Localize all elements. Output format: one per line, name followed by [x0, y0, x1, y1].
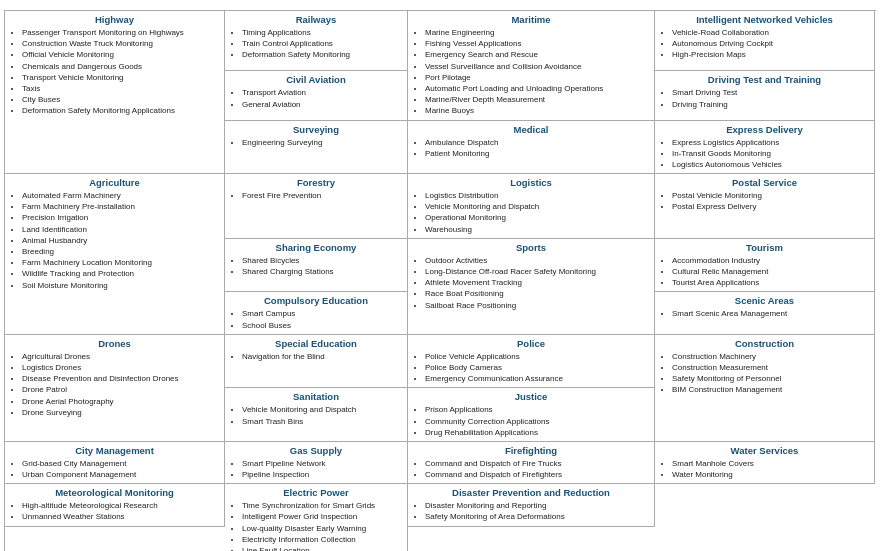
cell-title: Police	[413, 338, 649, 349]
list-item: Grid-based City Management	[22, 458, 219, 469]
main-grid: HighwayPassenger Transport Monitoring on…	[4, 10, 876, 551]
list-item: Automatic Port Loading and Unloading Ope…	[425, 83, 649, 94]
list-item: Farm Machinery Location Monitoring	[22, 257, 219, 268]
list-item: Engineering Surveying	[242, 137, 402, 148]
list-item: Cultural Relic Management	[672, 266, 869, 277]
list-item: Smart Trash Bins	[242, 416, 402, 427]
cell-title: Gas Supply	[230, 445, 402, 456]
list-item: Marine Buoys	[425, 105, 649, 116]
list-item: Postal Express Delivery	[672, 201, 869, 212]
list-item: Smart Scenic Area Management	[672, 308, 869, 319]
cell-title: Logistics	[413, 177, 649, 188]
list-item: Express Logistics Applications	[672, 137, 869, 148]
list-item: Tourist Area Applications	[672, 277, 869, 288]
grid-cell-civil-aviation: Civil AviationTransport AviationGeneral …	[225, 71, 408, 120]
list-item: Smart Pipeline Network	[242, 458, 402, 469]
list-item: Breeding	[22, 246, 219, 257]
cell-title: Meteorological Monitoring	[10, 487, 219, 498]
list-item: Long-Distance Off-road Racer Safety Moni…	[425, 266, 649, 277]
list-item: Logistics Autonomous Vehicles	[672, 159, 869, 170]
cell-title: Maritime	[413, 14, 649, 25]
list-item: Unmanned Weather Stations	[22, 511, 219, 522]
list-item: Time Synchronization for Smart Grids	[242, 500, 402, 511]
grid-cell-gas-supply: Gas SupplySmart Pipeline NetworkPipeline…	[225, 442, 408, 484]
list-item: Smart Driving Test	[672, 87, 869, 98]
grid-cell-scenic-areas: Scenic AreasSmart Scenic Area Management	[655, 292, 875, 334]
cell-title: Postal Service	[660, 177, 869, 188]
list-item: Low-quality Disaster Early Warning	[242, 523, 402, 534]
cell-title: Firefighting	[413, 445, 649, 456]
list-item: Logistics Distribution	[425, 190, 649, 201]
grid-cell-construction: ConstructionConstruction MachineryConstr…	[655, 335, 875, 442]
list-item: Construction Waste Truck Monitoring	[22, 38, 219, 49]
list-item: Precision Irrigation	[22, 212, 219, 223]
grid-cell-highway: HighwayPassenger Transport Monitoring on…	[5, 11, 225, 174]
list-item: Passenger Transport Monitoring on Highwa…	[22, 27, 219, 38]
list-item: Taxis	[22, 83, 219, 94]
list-item: Prison Applications	[425, 404, 649, 415]
list-item: Logistics Drones	[22, 362, 219, 373]
list-item: Automated Farm Machinery	[22, 190, 219, 201]
list-item: Command and Dispatch of Fire Trucks	[425, 458, 649, 469]
list-item: Urban Component Management	[22, 469, 219, 480]
cell-title: Civil Aviation	[230, 74, 402, 85]
cell-title: Special Education	[230, 338, 402, 349]
list-item: Vehicle Monitoring and Dispatch	[242, 404, 402, 415]
grid-cell-maritime: MaritimeMarine EngineeringFishing Vessel…	[408, 11, 655, 121]
grid-cell-agriculture: AgricultureAutomated Farm MachineryFarm …	[5, 174, 225, 335]
list-item: Emergency Communication Assurance	[425, 373, 649, 384]
list-item: Navigation for the Blind	[242, 351, 402, 362]
list-item: Command and Dispatch of Firefighters	[425, 469, 649, 480]
list-item: Water Monitoring	[672, 469, 869, 480]
list-item: Land Identification	[22, 224, 219, 235]
grid-cell-surveying: SurveyingEngineering Surveying	[225, 121, 408, 175]
list-item: Sailboat Race Positioning	[425, 300, 649, 311]
cell-title: Construction	[660, 338, 869, 349]
list-item: Drone Patrol	[22, 384, 219, 395]
list-item: Safety Monitoring of Area Deformations	[425, 511, 649, 522]
list-item: Autonomous Driving Cockpit	[672, 38, 869, 49]
cell-title: Forestry	[230, 177, 402, 188]
list-item: Soil Moisture Monitoring	[22, 280, 219, 291]
list-item: Pipeline Inspection	[242, 469, 402, 480]
grid-cell-medical: MedicalAmbulance DispatchPatient Monitor…	[408, 121, 655, 175]
grid-cell-intelligent-networked-vehicles: Intelligent Networked VehiclesVehicle-Ro…	[655, 11, 875, 71]
grid-cell-drones: DronesAgricultural DronesLogistics Drone…	[5, 335, 225, 442]
list-item: In-Transit Goods Monitoring	[672, 148, 869, 159]
cell-title: Highway	[10, 14, 219, 25]
grid-cell-firefighting: FirefightingCommand and Dispatch of Fire…	[408, 442, 655, 484]
list-item: Deformation Safety Monitoring Applicatio…	[22, 105, 219, 116]
grid-cell-sports: SportsOutdoor ActivitiesLong-Distance Of…	[408, 239, 655, 335]
grid-cell-tourism: TourismAccommodation IndustryCultural Re…	[655, 239, 875, 293]
cell-title: Sharing Economy	[230, 242, 402, 253]
list-item: Forest Fire Prevention	[242, 190, 402, 201]
cell-title: Justice	[413, 391, 649, 402]
cell-title: Electric Power	[230, 487, 402, 498]
cell-title: Railways	[230, 14, 402, 25]
grid-cell-logistics: LogisticsLogistics DistributionVehicle M…	[408, 174, 655, 239]
cell-title: Intelligent Networked Vehicles	[660, 14, 869, 25]
list-item: Chemicals and Dangerous Goods	[22, 61, 219, 72]
list-item: Official Vehicle Monitoring	[22, 49, 219, 60]
list-item: Shared Charging Stations	[242, 266, 402, 277]
cell-title: Water Services	[660, 445, 869, 456]
list-item: Shared Bicycles	[242, 255, 402, 266]
grid-cell-driving-test-and-training: Driving Test and TrainingSmart Driving T…	[655, 71, 875, 120]
grid-cell-postal-service: Postal ServicePostal Vehicle MonitoringP…	[655, 174, 875, 239]
grid-cell-sanitation: SanitationVehicle Monitoring and Dispatc…	[225, 388, 408, 442]
list-item: Fishing Vessel Applications	[425, 38, 649, 49]
list-item: Timing Applications	[242, 27, 402, 38]
grid-cell-disaster-prevention-and-reduction: Disaster Prevention and ReductionDisaste…	[408, 484, 655, 526]
grid-cell-special-education: Special EducationNavigation for the Blin…	[225, 335, 408, 389]
list-item: Drone Aerial Photography	[22, 396, 219, 407]
page-title	[0, 0, 880, 10]
list-item: Driving Training	[672, 99, 869, 110]
cell-title: Sanitation	[230, 391, 402, 402]
list-item: Port Pilotage	[425, 72, 649, 83]
list-item: Vehicle Monitoring and Dispatch	[425, 201, 649, 212]
list-item: Animal Husbandry	[22, 235, 219, 246]
list-item: Electricity Information Collection	[242, 534, 402, 545]
cell-title: Compulsory Education	[230, 295, 402, 306]
list-item: Drone Surveying	[22, 407, 219, 418]
cell-title: Scenic Areas	[660, 295, 869, 306]
